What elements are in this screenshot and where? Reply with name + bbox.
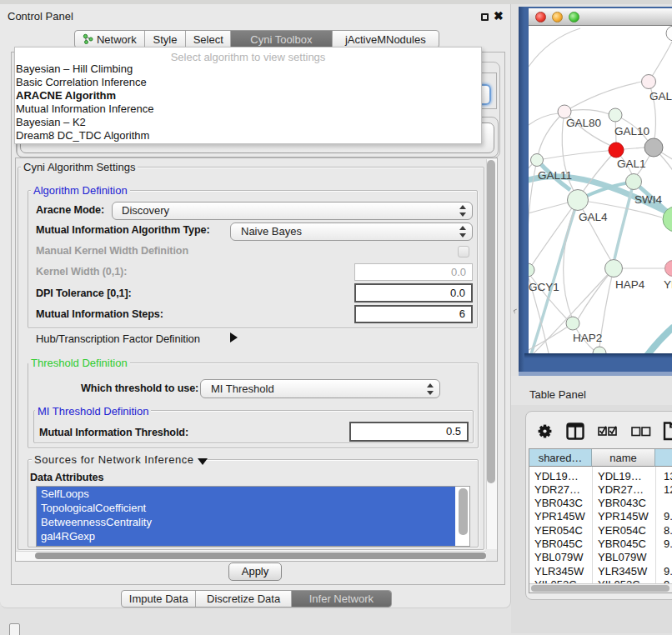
svg-text:GAL11: GAL11 [538,169,572,182]
svg-text:GAL10: GAL10 [614,125,649,138]
svg-text:SWI4: SWI4 [634,193,662,206]
svg-text:GAL4: GAL4 [579,211,608,223]
svg-text:GAL1: GAL1 [617,158,646,170]
svg-text:GAL80: GAL80 [566,117,601,129]
svg-text:GAL2: GAL2 [649,90,672,102]
svg-text:GCY1: GCY1 [529,281,559,293]
svg-text:YL: YL [664,278,672,291]
svg-text:HAP4: HAP4 [615,278,645,291]
svg-text:HAP2: HAP2 [573,332,602,344]
